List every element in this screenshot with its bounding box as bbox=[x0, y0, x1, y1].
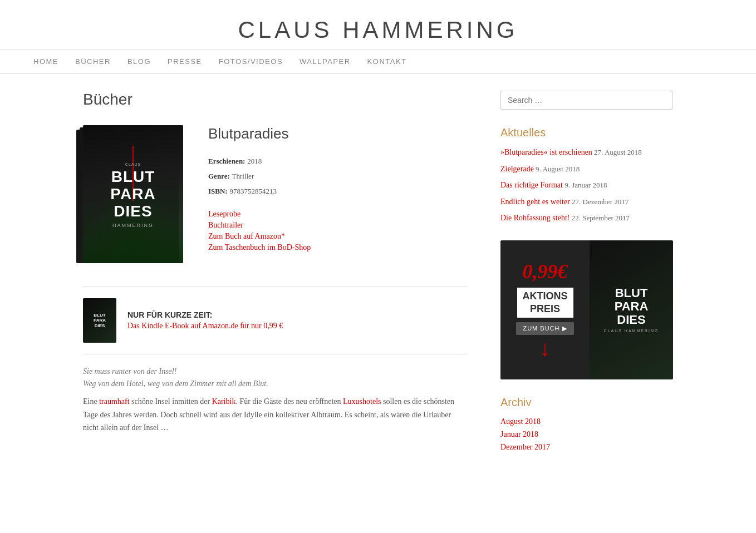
book-section: CLAUS BLUTPARADIES HAMMERING Blutparadie… bbox=[83, 125, 467, 270]
book-cover-front: CLAUS BLUTPARADIES HAMMERING bbox=[83, 125, 183, 263]
book-link-buchtrailer[interactable]: Buchtrailer bbox=[208, 221, 467, 230]
sidebar-archiv: Archiv August 2018Januar 2018Dezember 20… bbox=[500, 396, 673, 452]
promo-image-book-title: BLUT PARA DIES bbox=[615, 287, 649, 327]
main-content: Bücher CLAUS BLUTPARADIES HAMMERING bbox=[83, 91, 467, 468]
promo-image-right: BLUT PARA DIES CLAUS HAMMERING bbox=[590, 240, 673, 379]
meta-erschienen: Erschienen: 2018 bbox=[208, 154, 467, 169]
news-date: 9. Januar 2018 bbox=[563, 181, 607, 189]
news-link[interactable]: »Blutparadies« ist erschienen bbox=[500, 148, 592, 156]
sidebar-aktuelles: Aktuelles »Blutparadies« ist erschienen … bbox=[500, 126, 673, 224]
sidebar: Aktuelles »Blutparadies« ist erschienen … bbox=[500, 91, 673, 468]
news-link[interactable]: Zielgerade bbox=[500, 165, 534, 173]
news-link[interactable]: Die Rohfassung steht! bbox=[500, 214, 570, 222]
promo-image-author: CLAUS HAMMERING bbox=[604, 328, 659, 333]
news-item: Das richtige Format 9. Januar 2018 bbox=[500, 180, 673, 191]
meta-erschienen-value: 2018 bbox=[247, 157, 262, 165]
promo-thumb-text: BLUTPARADIES bbox=[94, 313, 106, 329]
news-item: Die Rohfassung steht! 22. September 2017 bbox=[500, 213, 673, 224]
page-heading: Bücher bbox=[83, 91, 467, 108]
nav-item-blog[interactable]: BLOG bbox=[127, 57, 151, 66]
excerpt-body: Eine traumhaft schöne Insel inmitten der… bbox=[83, 395, 467, 435]
excerpt-link-traumhaft[interactable]: traumhaft bbox=[99, 397, 129, 406]
news-link[interactable]: Endlich geht es weiter bbox=[500, 198, 570, 206]
archiv-heading: Archiv bbox=[500, 396, 673, 409]
news-list: »Blutparadies« ist erschienen 27. August… bbox=[500, 147, 673, 224]
archive-item: August 2018 bbox=[500, 417, 673, 426]
news-item: »Blutparadies« ist erschienen 27. August… bbox=[500, 147, 673, 158]
news-link[interactable]: Das richtige Format bbox=[500, 181, 563, 189]
promo-heading: NUR FÜR KURZE ZEIT: bbox=[127, 310, 467, 319]
sidebar-search bbox=[500, 91, 673, 110]
nav-item-home[interactable]: HOME bbox=[33, 57, 58, 66]
archive-link[interactable]: Januar 2018 bbox=[500, 430, 538, 438]
news-date: 22. September 2017 bbox=[570, 214, 630, 222]
archive-link[interactable]: August 2018 bbox=[500, 417, 541, 426]
meta-genre-label: Genre: bbox=[208, 172, 230, 180]
sidebar-promo-image: 0,99€ AKTIONSPREIS ZUM BUCH ▶ ↓ BLUT PAR… bbox=[500, 240, 673, 379]
archive-item: Januar 2018 bbox=[500, 430, 673, 439]
divider-2 bbox=[83, 354, 467, 354]
news-date: 27. August 2018 bbox=[592, 148, 642, 156]
book-cover: CLAUS BLUTPARADIES HAMMERING bbox=[83, 125, 192, 270]
meta-genre: Genre: Thriller bbox=[208, 169, 467, 184]
promo-image-left: 0,99€ AKTIONSPREIS ZUM BUCH ▶ ↓ bbox=[500, 240, 590, 379]
news-date: 27. Dezember 2017 bbox=[570, 198, 629, 206]
news-date: 9. August 2018 bbox=[534, 165, 580, 173]
book-title: Blutparadies bbox=[208, 125, 467, 142]
site-title: CLAUS HAMMERING bbox=[11, 17, 745, 43]
promo-section: BLUTPARADIES NUR FÜR KURZE ZEIT: Das Kin… bbox=[83, 298, 467, 343]
divider-1 bbox=[83, 287, 467, 287]
book-link-zumbuchaufamazon[interactable]: Zum Buch auf Amazon* bbox=[208, 232, 467, 241]
book-links: LeseprobeBuchtrailerZum Buch auf Amazon*… bbox=[208, 210, 467, 252]
site-header: CLAUS HAMMERING bbox=[0, 0, 756, 50]
nav-item-fotosvideos[interactable]: FOTOS/VIDEOS bbox=[219, 57, 283, 66]
excerpt-link-karibik[interactable]: Karibik bbox=[212, 397, 236, 406]
meta-isbn-value: 9783752854213 bbox=[229, 187, 277, 195]
book-link-leseprobe[interactable]: Leseprobe bbox=[208, 210, 467, 219]
meta-isbn-label: ISBN: bbox=[208, 187, 228, 195]
nav-item-bcher[interactable]: BÜCHER bbox=[75, 57, 111, 66]
cover-title: BLUTPARADIES bbox=[110, 169, 155, 220]
promo-thumb: BLUTPARADIES bbox=[83, 298, 116, 343]
search-input[interactable] bbox=[500, 91, 673, 110]
meta-isbn: ISBN: 9783752854213 bbox=[208, 184, 467, 199]
excerpt-italic-line2: Weg von dem Hotel, weg von dem Zimmer mi… bbox=[83, 379, 268, 388]
excerpt-italic: Sie muss runter von der Insel! Weg von d… bbox=[83, 366, 467, 391]
cover-author-top: CLAUS bbox=[125, 162, 141, 166]
promo-image-aktions: AKTIONSPREIS bbox=[517, 288, 573, 318]
excerpt-italic-line1: Sie muss runter von der Insel! bbox=[83, 367, 176, 376]
nav-item-kontakt[interactable]: KONTAKT bbox=[367, 57, 407, 66]
promo-arrow-icon: ↓ bbox=[539, 338, 551, 360]
promo-body: Das Kindle E-Book auf Amazon.de für nur … bbox=[127, 322, 467, 330]
aktuelles-heading: Aktuelles bbox=[500, 126, 673, 139]
archive-list: August 2018Januar 2018Dezember 2017 bbox=[500, 417, 673, 452]
promo-image-price: 0,99€ bbox=[523, 260, 568, 283]
news-item: Zielgerade 9. August 2018 bbox=[500, 164, 673, 175]
meta-genre-value: Thriller bbox=[232, 172, 254, 180]
book-meta: Erschienen: 2018 Genre: Thriller ISBN: 9… bbox=[208, 154, 467, 199]
archive-link[interactable]: Dezember 2017 bbox=[500, 443, 550, 451]
cover-author-bottom: HAMMERING bbox=[112, 223, 154, 228]
book-link-zumtaschenbuchimbodshop[interactable]: Zum Taschenbuch im BoD-Shop bbox=[208, 243, 467, 252]
excerpt-link-luxushotels[interactable]: Luxushotels bbox=[343, 397, 381, 406]
book-details: Blutparadies Erschienen: 2018 Genre: Thr… bbox=[208, 125, 467, 270]
promo-image-btn[interactable]: ZUM BUCH ▶ bbox=[516, 322, 573, 335]
promo-text: NUR FÜR KURZE ZEIT: Das Kindle E-Book au… bbox=[127, 310, 467, 330]
news-item: Endlich geht es weiter 27. Dezember 2017 bbox=[500, 196, 673, 208]
nav-item-wallpaper[interactable]: WALLPAPER bbox=[300, 57, 351, 66]
nav-item-presse[interactable]: PRESSE bbox=[168, 57, 202, 66]
meta-erschienen-label: Erschienen: bbox=[208, 157, 245, 165]
site-nav: HOMEBÜCHERBLOGPRESSEFOTOS/VIDEOSWALLPAPE… bbox=[0, 50, 756, 74]
archive-item: Dezember 2017 bbox=[500, 442, 673, 452]
